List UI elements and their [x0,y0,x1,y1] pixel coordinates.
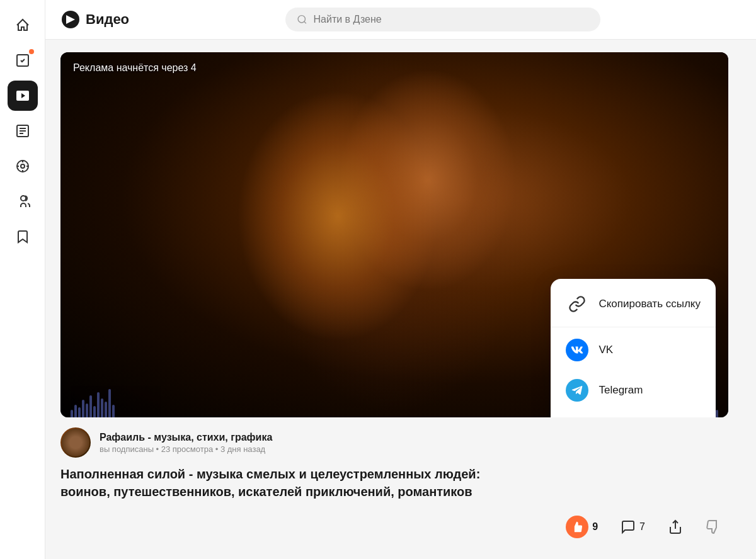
dislike-button[interactable] [698,514,728,539]
comment-count: 7 [639,521,645,533]
like-button[interactable]: 9 [558,511,605,543]
main-content: Видео Реклама начнётся через 4 [45,0,756,559]
svg-point-5 [21,164,25,168]
telegram-icon [566,379,588,402]
share-vk[interactable]: VK [551,330,716,370]
sidebar-item-subscriptions[interactable] [8,186,38,217]
author-info: Рафаиль - музыка, стихи, графика вы подп… [100,432,728,454]
search-icon [297,14,307,25]
like-count: 9 [592,521,598,533]
header: Видео [45,0,756,40]
vk-icon [566,339,588,361]
share-dropdown: Скопировать ссылку VK [551,279,716,417]
logo-text: Видео [86,11,129,28]
ad-countdown-label: Реклама начнётся через 4 [73,62,197,74]
video-player[interactable]: Реклама начнётся через 4 [60,52,728,417]
sidebar-item-podcasts[interactable] [8,151,38,181]
share-copy-link[interactable]: Скопировать ссылку [551,284,716,324]
notification-dot [29,49,34,54]
video-glow [237,90,438,342]
like-icon [566,516,588,538]
share-icon [668,519,683,534]
search-bar[interactable] [285,8,600,31]
svg-point-6 [21,196,26,201]
share-telegram[interactable]: Telegram [551,370,716,410]
logo[interactable]: Видео [60,9,129,30]
comment-button[interactable]: 7 [613,514,653,539]
vk-label: VK [598,344,613,356]
avatar[interactable] [60,427,91,458]
video-title: Наполненная силой - музыка смелых и целе… [60,465,533,500]
logo-icon [60,9,81,30]
svg-point-8 [298,16,305,23]
copy-link-icon [566,293,588,315]
author-meta: вы подписаны • 23 просмотра • 3 дня наза… [100,444,728,454]
dislike-icon [706,519,721,534]
share-button[interactable] [660,514,690,539]
sidebar-item-home[interactable] [8,10,38,40]
content-area: Реклама начнётся через 4 [45,40,756,556]
author-section: Рафаиль - музыка, стихи, графика вы подп… [60,427,728,458]
divider-1 [551,327,716,327]
sidebar-item-tasks[interactable] [8,45,38,76]
sidebar-item-video[interactable] [8,81,38,111]
sidebar-item-articles[interactable] [8,116,38,146]
telegram-label: Telegram [598,384,643,397]
sidebar [0,0,45,559]
action-bar: 9 7 [60,511,728,543]
avatar-image [62,429,89,456]
share-whatsapp[interactable]: WhatsApp [551,410,716,417]
search-input[interactable] [313,14,588,25]
sidebar-item-bookmarks[interactable] [8,222,38,252]
copy-link-label: Скопировать ссылку [598,298,701,310]
author-name[interactable]: Рафаиль - музыка, стихи, графика [100,432,728,443]
comment-icon [621,519,636,534]
